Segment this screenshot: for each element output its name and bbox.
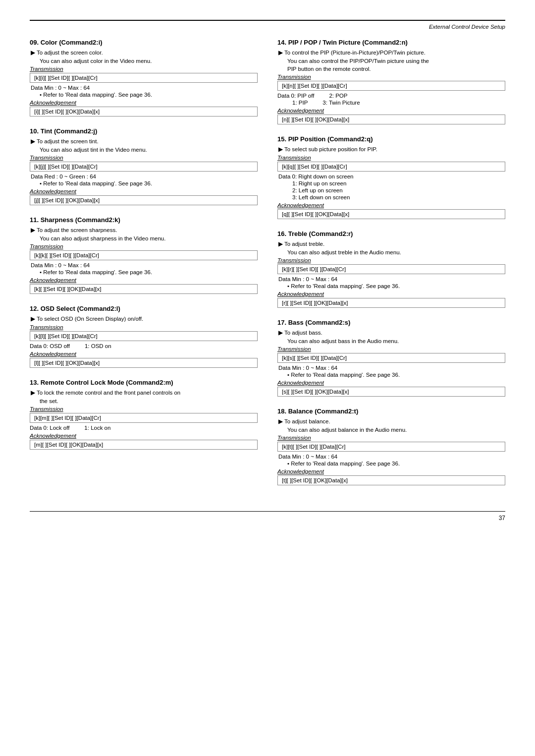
cmd11-title: 11. Sharpness (Command2:k) <box>30 216 258 224</box>
cmd12-transmission-label: Transmission <box>30 324 258 330</box>
cmd12-transmission-code: [k][l][ ][Set ID][ ][Data][Cr] <box>30 331 258 341</box>
cmd14-desc2b: PIP button on the remote control. <box>277 66 505 72</box>
section-cmd10: 10. Tint (Command2:j) ▶ To adjust the sc… <box>30 127 258 205</box>
cmd14-twin: 3: Twin Picture <box>322 100 360 106</box>
cmd9-ack-label: Acknowledgement <box>30 100 258 106</box>
cmd16-title: 16. Treble (Command2:r) <box>277 230 505 237</box>
cmd12-ack-code: [l][ ][Set ID][ ][OK][Data][x] <box>30 358 258 368</box>
cmd18-transmission-label: Transmission <box>277 435 505 441</box>
cmd17-desc2: You can also adjust bass in the Audio me… <box>277 338 505 344</box>
cmd10-transmission-label: Transmission <box>30 155 258 161</box>
section-cmd16: 16. Treble (Command2:r) ▶ To adjust treb… <box>277 230 505 308</box>
cmd17-ack-label: Acknowledgement <box>277 380 505 386</box>
cmd16-ack-label: Acknowledgement <box>277 291 505 297</box>
cmd9-desc2: You can also adjust color in the Video m… <box>30 58 258 64</box>
section-cmd13: 13. Remote Control Lock Mode (Command2:m… <box>30 379 258 450</box>
cmd12-data-col2: 1: OSD on <box>85 343 111 349</box>
cmd12-data-col1: Data 0: OSD off <box>30 343 70 349</box>
cmd11-ack-label: Acknowledgement <box>30 277 258 283</box>
cmd18-bullet: Refer to 'Real data mapping'. See page 3… <box>277 461 505 466</box>
cmd17-desc1: ▶ To adjust bass. <box>277 329 505 336</box>
cmd13-desc1b: the set. <box>30 398 258 404</box>
section-cmd15: 15. PIP Position (Command2:q) ▶ To selec… <box>277 135 505 219</box>
cmd13-ack-code: [m][ ][Set ID][ ][OK][Data][x] <box>30 440 258 450</box>
cmd14-title: 14. PIP / POP / Twin Picture (Command2:n… <box>277 39 505 46</box>
cmd17-transmission-label: Transmission <box>277 346 505 352</box>
cmd11-desc2: You can also adjust sharpness in the Vid… <box>30 235 258 241</box>
cmd18-title: 18. Balance (Command2:t) <box>277 407 505 415</box>
cmd15-data0: Data 0: Right down on screen <box>277 174 505 179</box>
cmd10-title: 10. Tint (Command2:j) <box>30 127 258 135</box>
cmd10-ack-code: [j][ ][Set ID][ ][OK][Data][x] <box>30 195 258 205</box>
cmd9-transmission-label: Transmission <box>30 66 258 72</box>
cmd15-transmission-code: [k][q][ ][Set ID][ ][Data][Cr] <box>277 162 505 172</box>
cmd16-bullet: Refer to 'Real data mapping'. See page 3… <box>277 283 505 289</box>
cmd14-ack-label: Acknowledgement <box>277 108 505 114</box>
cmd13-data-col1: Data 0: Lock off <box>30 425 69 431</box>
cmd14-desc2: You can also control the PIP/POP/Twin pi… <box>277 58 505 64</box>
cmd14-pip: 1: PIP <box>292 100 308 106</box>
cmd13-transmission-code: [k][m][ ][Set ID][ ][Data][Cr] <box>30 413 258 423</box>
cmd16-transmission-label: Transmission <box>277 257 505 263</box>
cmd13-desc1: ▶ To lock the remote control and the fro… <box>30 389 258 396</box>
header-title: External Control Device Setup <box>30 24 505 30</box>
cmd16-data-line: Data Min : 0 ~ Max : 64 <box>277 276 505 282</box>
cmd15-ack-code: [q][ ][Set ID][ ][OK][Data][x] <box>277 209 505 219</box>
cmd17-data-line: Data Min : 0 ~ Max : 64 <box>277 365 505 371</box>
cmd12-data-row: Data 0: OSD off 1: OSD on <box>30 343 258 349</box>
cmd13-data-col2: 1: Lock on <box>84 425 110 431</box>
cmd13-title: 13. Remote Control Lock Mode (Command2:m… <box>30 379 258 386</box>
cmd14-ack-code: [n][ ][Set ID][ ][OK][Data][x] <box>277 115 505 124</box>
cmd14-data-col1: Data 0: PIP off <box>277 93 314 99</box>
section-cmd17: 17. Bass (Command2:s) ▶ To adjust bass. … <box>277 319 505 397</box>
section-cmd14: 14. PIP / POP / Twin Picture (Command2:n… <box>277 39 505 124</box>
cmd15-data2: 2: Left up on screen <box>277 187 505 193</box>
cmd14-transmission-code: [k][n][ ][Set ID][ ][Data][Cr] <box>277 81 505 91</box>
cmd10-ack-label: Acknowledgement <box>30 188 258 194</box>
cmd18-ack-label: Acknowledgement <box>277 468 505 474</box>
cmd18-transmission-code: [k][t][ ][Set ID][ ][Data][Cr] <box>277 442 505 452</box>
cmd11-transmission-code: [k][k][ ][Set ID][ ][Data][Cr] <box>30 250 258 260</box>
cmd18-desc1: ▶ To adjust balance. <box>277 418 505 425</box>
cmd15-data1: 1: Right up on screen <box>277 180 505 186</box>
cmd9-data-line: Data Min : 0 ~ Max : 64 <box>30 85 258 91</box>
cmd18-data-line: Data Min : 0 ~ Max : 64 <box>277 454 505 460</box>
cmd17-title: 17. Bass (Command2:s) <box>277 319 505 326</box>
cmd18-desc2: You can also adjust balance in the Audio… <box>277 427 505 433</box>
cmd15-transmission-label: Transmission <box>277 155 505 161</box>
cmd12-title: 12. OSD Select (Command2:l) <box>30 305 258 312</box>
cmd17-transmission-code: [k][s][ ][Set ID][ ][Data][Cr] <box>277 353 505 363</box>
main-content: 09. Color (Command2:i) ▶ To adjust the s… <box>30 39 505 496</box>
cmd12-desc1: ▶ To select OSD (On Screen Display) on/o… <box>30 315 258 322</box>
cmd10-desc2: You can also adjust tint in the Video me… <box>30 147 258 153</box>
cmd9-transmission-code: [k][i][ ][Set ID][ ][Data][Cr] <box>30 73 258 83</box>
cmd10-desc1: ▶ To adjust the screen tint. <box>30 138 258 145</box>
cmd10-transmission-code: [k][j][ ][Set ID][ ][Data][Cr] <box>30 162 258 172</box>
cmd16-desc2: You can also adjust treble in the Audio … <box>277 249 505 255</box>
footer-page-number: 37 <box>30 515 505 522</box>
cmd9-title: 09. Color (Command2:i) <box>30 39 258 46</box>
section-cmd18: 18. Balance (Command2:t) ▶ To adjust bal… <box>277 407 505 485</box>
right-column: 14. PIP / POP / Twin Picture (Command2:n… <box>277 39 505 496</box>
cmd15-data3: 3: Left down on screen <box>277 194 505 200</box>
cmd16-transmission-code: [k][r][ ][Set ID][ ][Data][Cr] <box>277 264 505 274</box>
cmd15-desc1: ▶ To select sub picture position for PIP… <box>277 146 505 153</box>
cmd11-data-line: Data Min : 0 ~ Max : 64 <box>30 262 258 268</box>
section-cmd12: 12. OSD Select (Command2:l) ▶ To select … <box>30 305 258 368</box>
cmd17-bullet: Refer to 'Real data mapping'. See page 3… <box>277 372 505 378</box>
cmd9-bullet: Refer to 'Real data mapping'. See page 3… <box>30 92 258 98</box>
cmd14-data-row: Data 0: PIP off 2: POP <box>277 93 505 99</box>
cmd13-transmission-label: Transmission <box>30 406 258 412</box>
page: External Control Device Setup 09. Color … <box>0 0 535 756</box>
cmd13-ack-label: Acknowledgement <box>30 433 258 439</box>
cmd17-ack-code: [s][ ][Set ID][ ][OK][Data][x] <box>277 387 505 397</box>
cmd13-data-row: Data 0: Lock off 1: Lock on <box>30 425 258 431</box>
cmd11-ack-code: [k][ ][Set ID][ ][OK][Data][x] <box>30 284 258 294</box>
cmd18-ack-code: [t][ ][Set ID][ ][OK][Data][x] <box>277 475 505 485</box>
cmd11-bullet: Refer to 'Real data mapping'. See page 3… <box>30 269 258 275</box>
section-cmd11: 11. Sharpness (Command2:k) ▶ To adjust t… <box>30 216 258 294</box>
footer-divider <box>30 511 505 512</box>
cmd10-data-line: Data Red : 0 ~ Green : 64 <box>30 174 258 179</box>
cmd9-desc1: ▶ To adjust the screen color. <box>30 49 258 56</box>
cmd15-ack-label: Acknowledgement <box>277 202 505 208</box>
